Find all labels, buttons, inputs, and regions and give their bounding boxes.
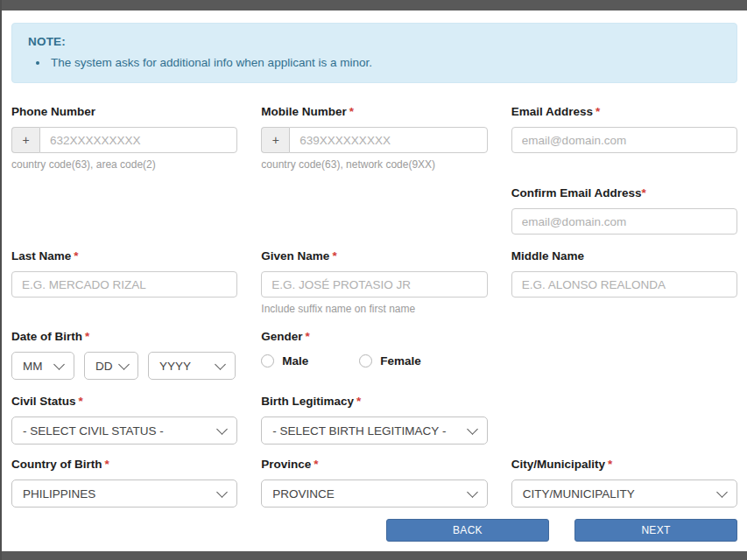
chevron-down-icon [216,486,228,498]
given-name-field-group: Given Name* Include suffix name on first… [261,249,487,315]
city-municipality-select[interactable]: CITY/MUNICIPALITY [511,480,737,508]
mobile-helper-text: country code(63), network code(9XX) [261,158,487,171]
radio-circle-icon [359,354,372,368]
dob-gender-row: Date of Birth* MM DD YYYY Gender* Male F… [11,330,737,380]
gender-male-radio[interactable]: Male [261,354,308,368]
chevron-down-icon [118,359,130,370]
radio-circle-icon [261,354,274,368]
required-asterisk: * [349,105,354,118]
city-municipality-label: City/Municipality* [511,458,737,472]
phone-helper-text: country code(63), area code(2) [11,158,237,171]
middle-name-field-group: Middle Name [511,249,737,315]
required-asterisk: * [595,105,600,118]
confirm-email-input[interactable] [511,208,737,234]
civil-status-field-group: Civil Status* - SELECT CIVIL STATUS - [11,395,237,444]
chevron-down-icon [467,486,478,498]
gender-label: Gender* [261,330,487,344]
birth-legitimacy-select[interactable]: - SELECT BIRTH LEGITIMACY - [261,416,487,444]
gender-options: Male Female [261,354,487,368]
plus-prefix-addon: + [11,127,39,153]
mobile-input[interactable] [289,127,487,153]
email-input[interactable] [511,127,737,153]
confirm-email-row: Confirm Email Address* [11,186,737,234]
birthplace-row: Country of Birth* PHILIPPINES Province* … [11,458,737,508]
civil-status-label: Civil Status* [11,395,237,409]
form-content: NOTE: The system asks for additional inf… [0,23,747,542]
civil-status-select[interactable]: - SELECT CIVIL STATUS - [11,416,237,444]
province-field-group: Province* PROVINCE [261,458,487,508]
top-frame-bar [0,0,747,10]
required-asterisk: * [74,249,78,262]
note-title: NOTE: [28,35,721,48]
dob-label: Date of Birth* [11,330,237,344]
bottom-frame-bar [0,551,747,560]
phone-label: Phone Number [11,105,237,119]
back-button[interactable]: BACK [386,519,549,542]
middle-name-label: Middle Name [511,249,737,263]
given-name-label: Given Name* [261,249,487,263]
phone-input[interactable] [39,127,237,153]
confirm-email-field-group: Confirm Email Address* [511,186,737,234]
mobile-label: Mobile Number* [261,105,487,119]
required-asterisk: * [306,330,310,343]
confirm-email-label: Confirm Email Address* [511,186,737,200]
country-of-birth-select[interactable]: PHILIPPINES [11,480,237,508]
chevron-down-icon [216,424,228,435]
province-label: Province* [261,458,487,472]
dob-field-group: Date of Birth* MM DD YYYY [11,330,237,380]
gender-field-group: Gender* Male Female [261,330,487,380]
status-row: Civil Status* - SELECT CIVIL STATUS - Bi… [11,395,737,444]
chevron-down-icon [716,486,728,498]
required-asterisk: * [332,249,336,262]
gender-female-radio[interactable]: Female [359,354,421,368]
birth-legitimacy-field-group: Birth Legitimacy* - SELECT BIRTH LEGITIM… [261,395,487,444]
phone-input-group: + [11,127,237,153]
city-municipality-field-group: City/Municipality* CITY/MUNICIPALITY [511,458,737,508]
mobile-field-group: Mobile Number* + country code(63), netwo… [261,105,487,171]
mobile-input-group: + [261,127,487,153]
required-asterisk: * [105,458,109,471]
required-asterisk: * [85,330,89,343]
chevron-down-icon [467,424,478,435]
email-label: Email Address* [511,105,737,119]
form-actions: BACK NEXT [11,519,737,542]
plus-prefix-addon: + [261,127,289,153]
names-row: Last Name* Given Name* Include suffix na… [11,249,737,315]
last-name-label: Last Name* [11,249,237,263]
middle-name-input[interactable] [511,271,737,298]
required-asterisk: * [314,458,318,471]
required-asterisk: * [79,395,83,408]
window-edge [0,0,2,560]
dob-day-select[interactable]: DD [84,352,138,380]
dob-year-select[interactable]: YYYY [148,352,236,380]
phone-field-group: Phone Number + country code(63), area co… [11,105,237,171]
required-asterisk: * [641,186,645,200]
birth-legitimacy-label: Birth Legitimacy* [261,395,487,409]
last-name-field-group: Last Name* [11,249,237,315]
chevron-down-icon [53,359,65,370]
required-asterisk: * [608,458,612,471]
country-of-birth-field-group: Country of Birth* PHILIPPINES [11,458,237,508]
contact-row: Phone Number + country code(63), area co… [11,105,737,171]
note-alert: NOTE: The system asks for additional inf… [11,23,737,83]
given-name-input[interactable] [261,271,487,298]
country-of-birth-label: Country of Birth* [11,458,237,472]
last-name-input[interactable] [11,271,237,298]
required-asterisk: * [356,395,361,408]
note-list: The system asks for additional info when… [49,56,721,69]
note-item: The system asks for additional info when… [49,56,721,69]
chevron-down-icon [215,359,226,370]
next-button[interactable]: NEXT [574,519,737,542]
province-select[interactable]: PROVINCE [261,480,487,508]
dob-selects: MM DD YYYY [11,352,237,380]
dob-month-select[interactable]: MM [11,352,74,380]
email-field-group: Email Address* [511,105,737,171]
given-name-helper-text: Include suffix name on first name [261,303,487,315]
